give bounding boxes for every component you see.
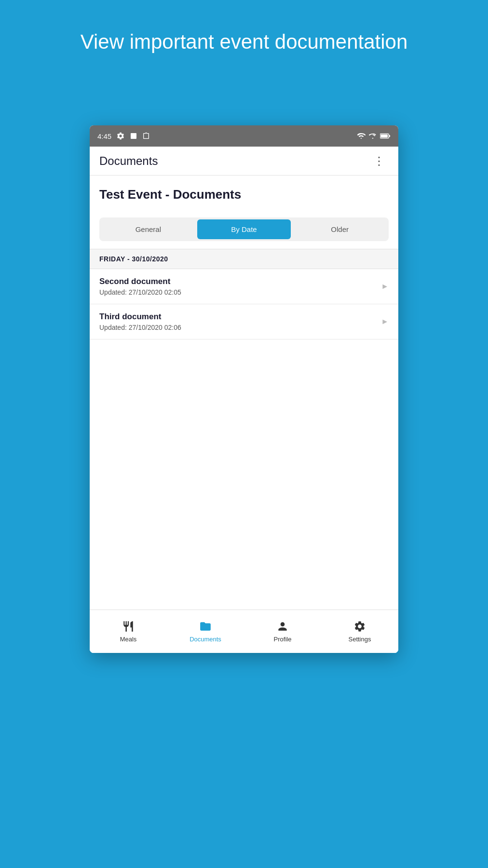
doc-updated-value-2: 27/10/2020 02:06 [129,324,181,331]
doc-name-1: Second document [99,277,181,286]
nav-item-profile[interactable]: Profile [244,610,321,653]
phone-frame: 4:45 [90,125,398,653]
meals-icon [122,620,135,633]
tabs-container: General By Date Older [99,217,389,241]
battery-icon [380,133,391,139]
profile-icon [276,620,289,633]
gear-status-icon [116,132,125,140]
doc-item-2[interactable]: Third document Updated: 27/10/2020 02:06… [90,304,398,339]
svg-rect-3 [389,135,390,137]
nav-item-settings[interactable]: Settings [321,610,398,653]
settings-icon [353,620,366,633]
square-status-icon [130,132,137,140]
doc-updated-2: Updated: 27/10/2020 02:06 [99,324,181,331]
status-time: 4:45 [97,132,111,140]
svg-rect-2 [380,135,388,137]
doc-info-1: Second document Updated: 27/10/2020 02:0… [99,277,181,296]
wifi-icon [357,132,366,140]
content-area: Test Event - Documents General By Date O… [90,176,398,653]
doc-item-1[interactable]: Second document Updated: 27/10/2020 02:0… [90,269,398,304]
doc-updated-label-1: Updated: [99,288,129,296]
doc-updated-1: Updated: 27/10/2020 02:05 [99,288,181,296]
bottom-navigation: Meals Documents Profile [90,610,398,653]
chevron-right-icon-2: ► [381,317,389,326]
more-options-button[interactable]: ⋮ [369,150,389,172]
tab-by-date[interactable]: By Date [197,219,291,239]
hero-text: View important event documentation [0,0,488,75]
nav-item-meals[interactable]: Meals [90,610,167,653]
doc-info-2: Third document Updated: 27/10/2020 02:06 [99,312,181,331]
nav-label-documents: Documents [190,636,221,643]
clipboard-status-icon [142,132,150,140]
doc-updated-value-1: 27/10/2020 02:05 [129,288,181,296]
nav-item-documents[interactable]: Documents [167,610,244,653]
doc-updated-label-2: Updated: [99,324,129,331]
svg-rect-0 [131,133,136,139]
app-bar-title: Documents [99,154,158,168]
doc-name-2: Third document [99,312,181,322]
nav-label-meals: Meals [120,636,137,643]
documents-icon [199,620,212,633]
app-bar: Documents ⋮ [90,147,398,176]
date-header: FRIDAY - 30/10/2020 [90,249,398,269]
signal-icon [368,132,377,140]
tab-general[interactable]: General [101,219,195,239]
empty-content-area [90,339,398,610]
nav-label-settings: Settings [349,636,371,643]
tab-older[interactable]: Older [293,219,387,239]
status-icons [357,132,391,140]
chevron-right-icon-1: ► [381,282,389,291]
event-title: Test Event - Documents [99,187,389,202]
status-bar: 4:45 [90,125,398,147]
event-section: Test Event - Documents [90,176,398,210]
nav-label-profile: Profile [274,636,292,643]
